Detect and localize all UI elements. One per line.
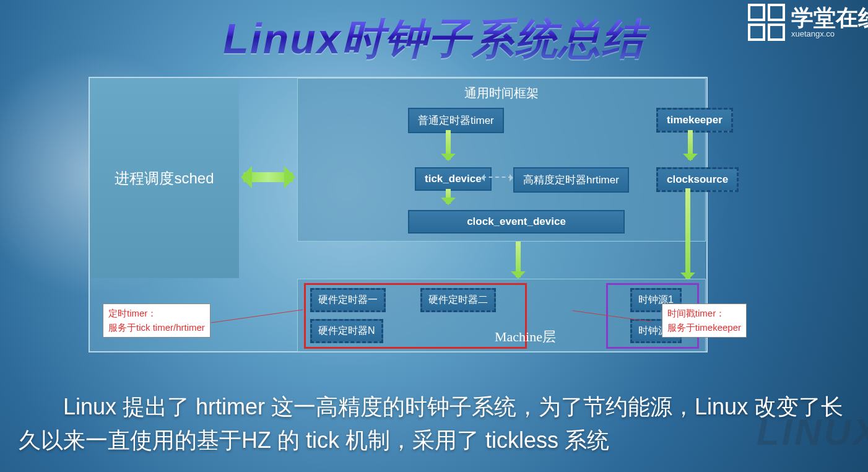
arrow-down-icon <box>446 130 451 160</box>
note-right: 时间戳timer： 服务于timekeeper <box>662 304 747 338</box>
node-clock-event-device: clock_event_device <box>408 210 625 234</box>
logo-icon <box>748 4 785 41</box>
description-text: Linux 提出了 hrtimer 这一高精度的时钟子系统，为了节约能源，Lin… <box>19 390 849 457</box>
note-left-line1: 定时timer： <box>108 307 205 321</box>
arrow-down-icon <box>516 242 521 278</box>
node-hw-timer-n: 硬件定时器N <box>310 319 383 343</box>
bidir-arrow-icon <box>243 172 293 182</box>
machine-layer-title: Machine层 <box>495 328 556 346</box>
node-timekeeper: timekeeper <box>656 108 733 133</box>
frame-title: 通用时间框架 <box>298 79 705 108</box>
node-timer: 普通定时器timer <box>408 108 504 133</box>
logo-subtext: xuetangx.co <box>791 29 868 38</box>
common-time-frame: 通用时间框架 普通定时器timer tick_device 高精度定时器hrti… <box>297 78 706 242</box>
slide-title: Linux时钟子系统总结 <box>0 0 868 68</box>
note-right-line2: 服务于timekeeper <box>667 321 741 335</box>
arrow-down-icon <box>685 188 690 279</box>
node-hw-timer-1: 硬件定时器一 <box>310 288 386 312</box>
arrow-down-icon <box>688 130 693 160</box>
note-left-line2: 服务于tick timer/hrtimer <box>108 321 205 335</box>
note-right-line1: 时间戳timer： <box>667 307 741 321</box>
node-clocksource: clocksource <box>656 167 739 192</box>
node-hw-timer-2: 硬件定时器二 <box>420 288 496 312</box>
brand-logo: 学堂在线 xuetangx.co <box>748 4 868 41</box>
logo-text: 学堂在线 <box>791 7 868 29</box>
node-hrtimer: 高精度定时器hrtimer <box>513 167 629 193</box>
dashed-connector-icon <box>482 177 512 178</box>
note-left: 定时timer： 服务于tick timer/hrtimer <box>103 304 210 338</box>
machine-layer: 硬件定时器一 硬件定时器二 硬件定时器N 时钟源1 时钟源2 Machine层 <box>297 279 706 352</box>
sched-box: 进程调度sched <box>90 78 239 278</box>
arrow-down-icon <box>446 189 451 204</box>
